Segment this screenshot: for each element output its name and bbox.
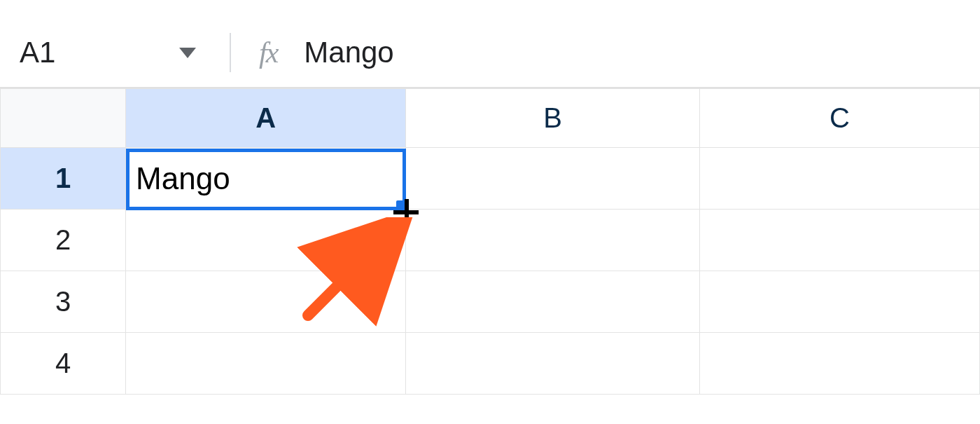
- row-header-2[interactable]: 2: [1, 210, 126, 271]
- select-all-corner[interactable]: [1, 89, 126, 148]
- name-box[interactable]: A1: [20, 36, 216, 69]
- column-header-b[interactable]: B: [406, 89, 700, 148]
- row-header-3[interactable]: 3: [1, 271, 126, 333]
- cell-a3[interactable]: [126, 271, 406, 333]
- divider: [230, 33, 231, 72]
- row-header-1[interactable]: 1: [1, 148, 126, 210]
- cell-a1[interactable]: Mango: [126, 148, 406, 210]
- cell-c4[interactable]: [699, 333, 979, 395]
- cell-b3[interactable]: [406, 271, 700, 333]
- column-header-a[interactable]: A: [126, 89, 406, 148]
- column-header-c[interactable]: C: [699, 89, 979, 148]
- spreadsheet-grid: A B C 1 Mango 2 3 4: [0, 87, 980, 395]
- cell-c3[interactable]: [699, 271, 979, 333]
- fill-handle[interactable]: [396, 200, 409, 213]
- cell-a4[interactable]: [126, 333, 406, 395]
- cell-a2[interactable]: [126, 210, 406, 271]
- formula-bar: A1 fx: [0, 0, 980, 77]
- fx-icon: fx: [259, 36, 277, 69]
- cell-b1[interactable]: [406, 148, 700, 210]
- cell-b2[interactable]: [406, 210, 700, 271]
- name-box-value: A1: [20, 36, 55, 69]
- cell-c1[interactable]: [699, 148, 979, 210]
- cell-b4[interactable]: [406, 333, 700, 395]
- row-header-4[interactable]: 4: [1, 333, 126, 395]
- formula-input[interactable]: [304, 36, 724, 69]
- cell-c2[interactable]: [699, 210, 979, 271]
- chevron-down-icon[interactable]: [179, 48, 196, 58]
